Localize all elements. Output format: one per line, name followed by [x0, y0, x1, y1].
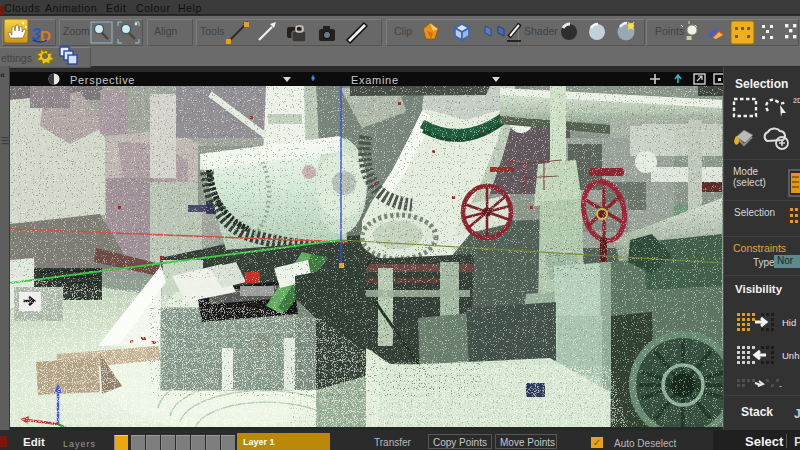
svg-text:Unh: Unh	[782, 350, 799, 361]
svg-text:Hid: Hid	[782, 317, 796, 328]
svg-text:J: J	[794, 407, 800, 421]
svg-text:-: -	[779, 381, 782, 391]
svg-text:2D: 2D	[793, 97, 800, 104]
